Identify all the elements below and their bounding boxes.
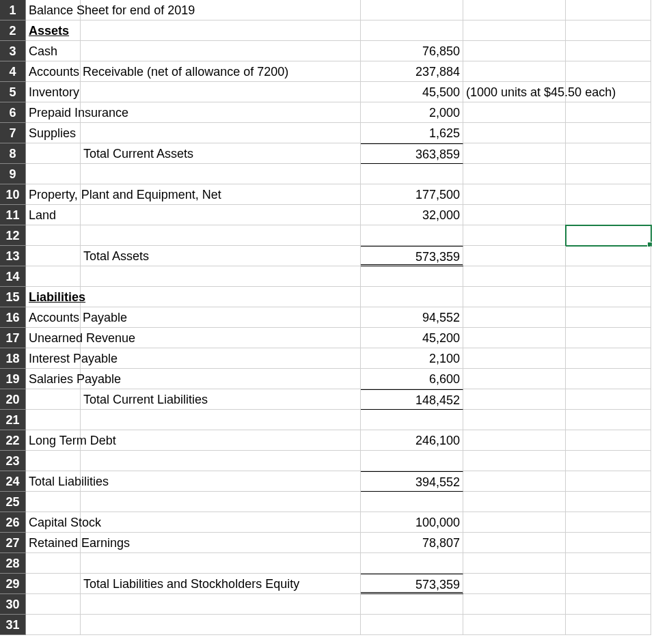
- cell-e[interactable]: [463, 61, 566, 82]
- row-header[interactable]: 18: [0, 348, 26, 369]
- cell-c[interactable]: [81, 205, 361, 225]
- cell-f[interactable]: [566, 123, 651, 143]
- cell-f[interactable]: [566, 266, 651, 287]
- cell-b[interactable]: Accounts Payable: [26, 307, 81, 328]
- cell-f[interactable]: [566, 0, 651, 20]
- cell-f[interactable]: [566, 574, 651, 594]
- cell-b[interactable]: Property, Plant and Equipment, Net: [26, 184, 81, 205]
- cell-c[interactable]: [81, 512, 361, 533]
- cell-b[interactable]: Land: [26, 205, 81, 225]
- row-header[interactable]: 26: [0, 512, 26, 533]
- cell-e[interactable]: [463, 246, 566, 266]
- cell-c[interactable]: [81, 266, 361, 287]
- cell-f[interactable]: [566, 389, 651, 410]
- cell-e[interactable]: (1000 units at $45.50 each): [463, 82, 566, 102]
- cell-b[interactable]: Retained Earnings: [26, 533, 81, 553]
- row-header[interactable]: 1: [0, 0, 26, 20]
- cell-e[interactable]: [463, 266, 566, 287]
- cell-d[interactable]: 573,359: [361, 246, 463, 266]
- row-header[interactable]: 7: [0, 123, 26, 143]
- cell-f[interactable]: [566, 102, 651, 123]
- cell-b[interactable]: [26, 553, 81, 574]
- cell-f[interactable]: [566, 143, 651, 164]
- cell-e[interactable]: [463, 41, 566, 61]
- cell-f[interactable]: [566, 20, 651, 41]
- cell-c[interactable]: [81, 594, 361, 615]
- cell-b[interactable]: Balance Sheet for end of 2019: [26, 0, 81, 20]
- cell-c[interactable]: [81, 287, 361, 307]
- cell-f[interactable]: [566, 348, 651, 369]
- cell-d[interactable]: [361, 164, 463, 184]
- cell-d[interactable]: 76,850: [361, 41, 463, 61]
- cell-f[interactable]: [566, 615, 651, 635]
- cell-b[interactable]: [26, 225, 81, 246]
- row-header[interactable]: 24: [0, 471, 26, 492]
- cell-d[interactable]: [361, 492, 463, 512]
- cell-e[interactable]: [463, 594, 566, 615]
- cell-c[interactable]: [81, 164, 361, 184]
- cell-d[interactable]: [361, 0, 463, 20]
- row-header[interactable]: 25: [0, 492, 26, 512]
- cell-b[interactable]: [26, 143, 81, 164]
- cell-c[interactable]: [81, 492, 361, 512]
- cell-b[interactable]: Liabilities: [26, 287, 81, 307]
- cell-f[interactable]: [566, 164, 651, 184]
- cell-f[interactable]: [566, 594, 651, 615]
- cell-c[interactable]: [81, 471, 361, 492]
- cell-d[interactable]: 78,807: [361, 533, 463, 553]
- row-header[interactable]: 21: [0, 410, 26, 430]
- cell-d[interactable]: 237,884: [361, 61, 463, 82]
- cell-d[interactable]: 148,452: [361, 389, 463, 410]
- row-header[interactable]: 4: [0, 61, 26, 82]
- row-header[interactable]: 31: [0, 615, 26, 635]
- cell-b[interactable]: Assets: [26, 20, 81, 41]
- cell-f[interactable]: [566, 205, 651, 225]
- cell-e[interactable]: [463, 533, 566, 553]
- cell-e[interactable]: [463, 451, 566, 471]
- cell-f[interactable]: [566, 533, 651, 553]
- cell-d[interactable]: [361, 410, 463, 430]
- row-header[interactable]: 20: [0, 389, 26, 410]
- cell-d[interactable]: 1,625: [361, 123, 463, 143]
- cell-d[interactable]: 32,000: [361, 205, 463, 225]
- cell-d[interactable]: 100,000: [361, 512, 463, 533]
- cell-b[interactable]: [26, 410, 81, 430]
- cell-f[interactable]: [566, 328, 651, 348]
- cell-f[interactable]: [566, 369, 651, 389]
- spreadsheet-grid[interactable]: 1Balance Sheet for end of 20192Assets3Ca…: [0, 0, 656, 635]
- cell-b[interactable]: Long Term Debt: [26, 430, 81, 451]
- cell-e[interactable]: [463, 553, 566, 574]
- cell-b[interactable]: [26, 246, 81, 266]
- row-header[interactable]: 8: [0, 143, 26, 164]
- active-cell[interactable]: [566, 225, 651, 246]
- cell-d[interactable]: [361, 594, 463, 615]
- cell-d[interactable]: 177,500: [361, 184, 463, 205]
- row-header[interactable]: 22: [0, 430, 26, 451]
- cell-c[interactable]: Total Current Assets: [81, 143, 361, 164]
- cell-c[interactable]: Total Liabilities and Stockholders Equit…: [81, 574, 361, 594]
- row-header[interactable]: 19: [0, 369, 26, 389]
- row-header[interactable]: 9: [0, 164, 26, 184]
- cell-f[interactable]: [566, 246, 651, 266]
- row-header[interactable]: 10: [0, 184, 26, 205]
- cell-c[interactable]: [81, 225, 361, 246]
- row-header[interactable]: 11: [0, 205, 26, 225]
- cell-e[interactable]: [463, 164, 566, 184]
- cell-e[interactable]: [463, 574, 566, 594]
- cell-b[interactable]: [26, 615, 81, 635]
- cell-c[interactable]: [81, 20, 361, 41]
- cell-d[interactable]: [361, 615, 463, 635]
- row-header[interactable]: 29: [0, 574, 26, 594]
- cell-c[interactable]: [81, 123, 361, 143]
- cell-c[interactable]: [81, 369, 361, 389]
- cell-f[interactable]: [566, 430, 651, 451]
- cell-b[interactable]: Salaries Payable: [26, 369, 81, 389]
- cell-d[interactable]: 94,552: [361, 307, 463, 328]
- cell-e[interactable]: [463, 328, 566, 348]
- cell-b[interactable]: Total Liabilities: [26, 471, 81, 492]
- cell-e[interactable]: [463, 287, 566, 307]
- row-header[interactable]: 28: [0, 553, 26, 574]
- cell-c[interactable]: [81, 553, 361, 574]
- cell-f[interactable]: [566, 61, 651, 82]
- cell-b[interactable]: Inventory: [26, 82, 81, 102]
